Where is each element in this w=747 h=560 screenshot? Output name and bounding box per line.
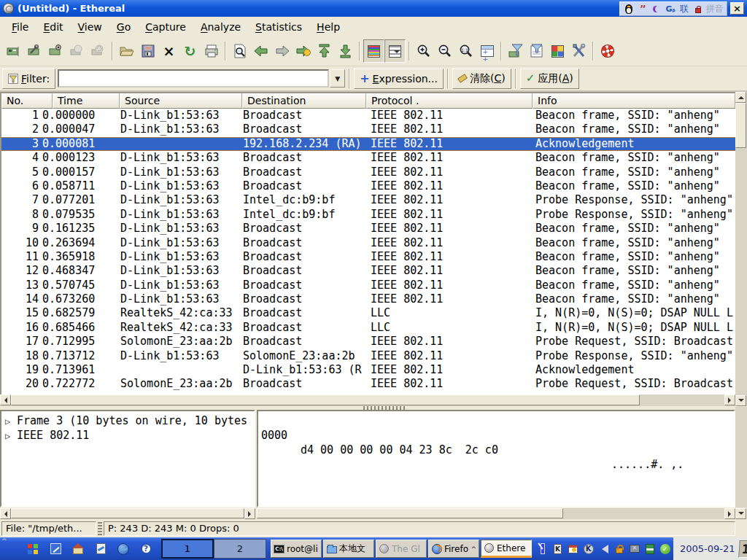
- scroll-right-button[interactable]: [724, 394, 735, 405]
- menu-capture[interactable]: Capture: [138, 19, 193, 35]
- packet-row[interactable]: 50.000157D-Link_b1:53:63BroadcastIEEE 80…: [1, 166, 735, 179]
- help-icon[interactable]: [597, 39, 618, 63]
- packet-row[interactable]: 180.713712D-Link_b1:53:63SolomonE_23:aa:…: [1, 349, 735, 363]
- input-marks-icon[interactable]: ’’: [637, 3, 649, 15]
- expression-button[interactable]: + Expression...: [354, 69, 444, 89]
- penguin-icon[interactable]: [623, 3, 635, 15]
- scroll-up-button[interactable]: [735, 92, 746, 103]
- save-icon[interactable]: [137, 39, 158, 63]
- panel-hide-caret[interactable]: ^: [1, 537, 7, 545]
- column-header-time[interactable]: Time: [53, 93, 120, 109]
- taskbar-button-gimp[interactable]: The Gl: [376, 540, 427, 558]
- packet-row[interactable]: 140.673260D-Link_b1:53:63BroadcastIEEE 8…: [1, 292, 735, 306]
- packet-row[interactable]: 40.000123D-Link_b1:53:63BroadcastIEEE 80…: [1, 151, 735, 165]
- packet-row[interactable]: 190.713961D-Link_b1:53:63 (RIEEE 802.11A…: [1, 363, 735, 377]
- packet-row[interactable]: 80.079535D-Link_b1:53:63Intel_dc:b9:bfIE…: [1, 208, 735, 222]
- update-check-icon[interactable]: ✓: [659, 542, 671, 555]
- menu-view[interactable]: View: [71, 19, 109, 35]
- lian-mode-icon[interactable]: 联: [678, 3, 690, 15]
- taskbar-button-terminal[interactable]: C:\root@li: [271, 540, 322, 558]
- capture-start-icon[interactable]: [45, 39, 66, 63]
- packet-row[interactable]: 150.682579RealtekS_42:ca:33BroadcastLLCI…: [1, 306, 735, 320]
- menu-edit[interactable]: Edit: [36, 19, 70, 35]
- menu-help[interactable]: Help: [309, 19, 347, 35]
- packet-row[interactable]: 110.365918D-Link_b1:53:63BroadcastIEEE 8…: [1, 250, 735, 264]
- packet-row[interactable]: 10.000000D-Link_b1:53:63BroadcastIEEE 80…: [1, 109, 735, 122]
- coloring-rules-icon[interactable]: [547, 39, 568, 63]
- preferences-icon[interactable]: [568, 39, 589, 63]
- close-file-icon[interactable]: ×: [158, 39, 179, 63]
- send-mail-icon[interactable]: [93, 541, 109, 557]
- detail-tree-item[interactable]: ▷IEEE 802.11: [1, 428, 254, 443]
- capture-options-icon[interactable]: [24, 39, 45, 63]
- packet-row[interactable]: 120.468347D-Link_b1:53:63BroadcastIEEE 8…: [1, 264, 735, 278]
- forward-icon[interactable]: [271, 39, 293, 63]
- back-icon[interactable]: [250, 39, 271, 63]
- menu-go[interactable]: Go: [109, 19, 138, 35]
- packet-row[interactable]: 20.000047D-Link_b1:53:63BroadcastIEEE 80…: [1, 122, 735, 136]
- remote-screen-icon[interactable]: [628, 542, 640, 555]
- packet-row[interactable]: 170.712995SolomonE_23:aa:2bBroadcastIEEE…: [1, 335, 735, 349]
- capture-filter-icon[interactable]: [505, 39, 526, 63]
- print-icon[interactable]: [201, 39, 222, 63]
- hex-line[interactable]: 0000 d4 00 00 00 00 04 23 8c 2c c0 .....…: [258, 413, 734, 428]
- clipboard-icon[interactable]: K: [551, 542, 564, 555]
- scroll-thumb[interactable]: [11, 394, 640, 405]
- filter-combo-arrow[interactable]: ▼: [330, 69, 345, 88]
- lcd-clock[interactable]: 14 28: [738, 540, 747, 558]
- column-header-source[interactable]: Source: [120, 93, 242, 109]
- pen-tool-icon[interactable]: [536, 542, 549, 555]
- lock-icon[interactable]: [613, 542, 625, 555]
- hex-pane-scrollbar[interactable]: [257, 508, 735, 519]
- taskbar-button-folder[interactable]: 本地文: [323, 540, 374, 558]
- moon-icon[interactable]: [651, 3, 662, 15]
- editor-icon[interactable]: [47, 541, 63, 557]
- resize-columns-icon[interactable]: [476, 39, 498, 63]
- zoom-in-icon[interactable]: [413, 39, 434, 63]
- expander-icon[interactable]: ▷: [5, 414, 17, 428]
- filter-button[interactable]: Filter:: [2, 69, 55, 89]
- column-header-destination[interactable]: Destination: [242, 93, 366, 109]
- column-header-info[interactable]: Info: [533, 93, 735, 109]
- packet-row[interactable]: 60.058711D-Link_b1:53:63BroadcastIEEE 80…: [1, 179, 735, 193]
- zoom-out-icon[interactable]: [434, 39, 455, 63]
- taskbar-date[interactable]: 2005-09-21: [676, 543, 739, 554]
- packet-row[interactable]: 70.077201D-Link_b1:53:63Intel_dc:b9:bfIE…: [1, 193, 735, 207]
- volume-icon[interactable]: [597, 542, 610, 555]
- hex-pane-vertical-scrollbar[interactable]: [735, 407, 747, 508]
- column-header-no[interactable]: No.: [1, 93, 53, 109]
- scroll-left-button[interactable]: [0, 394, 11, 405]
- menu-analyze[interactable]: Analyze: [193, 19, 248, 35]
- packet-row[interactable]: 30.000081192.168.2.234 (RA)IEEE 802.11Ac…: [1, 137, 735, 151]
- status-grip[interactable]: [98, 522, 102, 535]
- autoscroll-icon[interactable]: [384, 39, 406, 63]
- packet-list-vertical-scrollbar[interactable]: [735, 92, 747, 406]
- filter-input[interactable]: [58, 69, 329, 88]
- windows-logo-icon[interactable]: [25, 541, 41, 557]
- expander-icon[interactable]: ▷: [5, 429, 17, 443]
- kde-icon[interactable]: K: [582, 542, 595, 555]
- packet-row[interactable]: 130.570745D-Link_b1:53:63BroadcastIEEE 8…: [1, 279, 735, 292]
- globe-browser-icon[interactable]: [115, 541, 131, 557]
- scroll-thumb[interactable]: [735, 103, 746, 148]
- column-header-protocol[interactable]: Protocol .: [366, 93, 533, 109]
- interface-list-icon[interactable]: [3, 39, 24, 63]
- lock-icon[interactable]: [692, 3, 704, 15]
- packet-row[interactable]: 90.161235D-Link_b1:53:63BroadcastIEEE 80…: [1, 222, 735, 236]
- calendar-alarm-icon[interactable]: [567, 542, 579, 555]
- help-icon[interactable]: ?: [138, 541, 154, 557]
- pager-desktop-2[interactable]: 2: [214, 539, 266, 559]
- menu-file[interactable]: File: [4, 19, 36, 35]
- clear-button[interactable]: 清除(C): [452, 69, 511, 89]
- close-window-button[interactable]: ×: [730, 2, 744, 15]
- go-to-bottom-icon[interactable]: [335, 39, 356, 63]
- packet-row[interactable]: 100.263694D-Link_b1:53:63BroadcastIEEE 8…: [1, 236, 735, 250]
- open-icon[interactable]: [116, 39, 137, 63]
- find-icon[interactable]: [229, 39, 250, 63]
- scroll-corner-button[interactable]: [735, 508, 746, 519]
- go-to-top-icon[interactable]: [314, 39, 335, 63]
- taskbar-button-firefox[interactable]: Firefo^: [428, 540, 479, 558]
- colorize-icon[interactable]: [363, 39, 384, 63]
- zoom-100-icon[interactable]: 1:1: [455, 39, 476, 63]
- packet-list-horizontal-scrollbar[interactable]: [0, 394, 735, 406]
